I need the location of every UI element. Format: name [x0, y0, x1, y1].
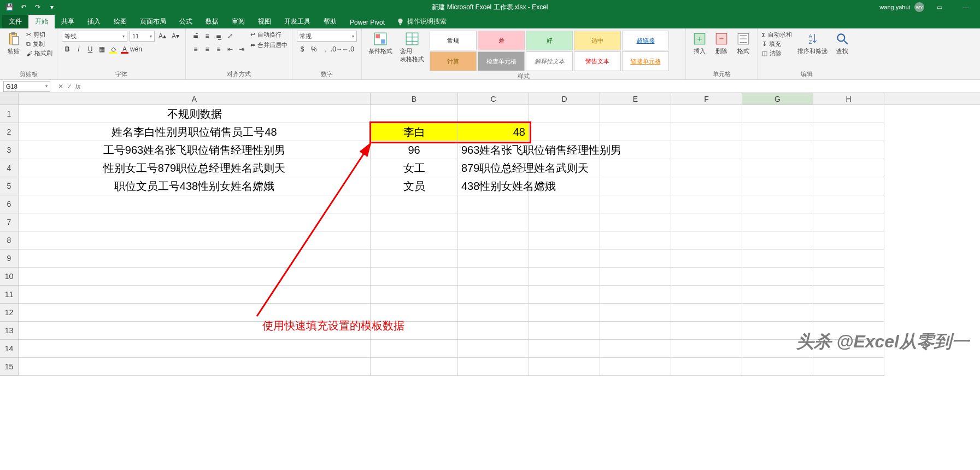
cell-style-item[interactable]: 警告文本	[574, 51, 621, 71]
undo-icon[interactable]: ↶	[17, 1, 30, 13]
cell-H12[interactable]	[813, 304, 884, 322]
row-header-11[interactable]: 11	[0, 286, 19, 304]
row-header-10[interactable]: 10	[0, 268, 19, 286]
cell-C6[interactable]	[458, 195, 529, 213]
cell-G4[interactable]	[742, 159, 813, 177]
cell-C3[interactable]: 963姓名张飞职位销售经理性别男	[458, 141, 529, 159]
cell-G2[interactable]	[742, 123, 813, 141]
col-header-D[interactable]: D	[529, 93, 600, 105]
tab-9[interactable]: 开发工具	[278, 15, 317, 28]
format-cells-button[interactable]: 格式	[734, 31, 753, 56]
comma-icon[interactable]: ,	[320, 44, 331, 55]
cell-B2[interactable]: 李白	[371, 123, 458, 141]
formula-input[interactable]	[85, 81, 980, 92]
cell-style-item[interactable]: 超链接	[622, 31, 669, 50]
ribbon-display-icon[interactable]: ▭	[929, 0, 950, 14]
cell-H4[interactable]	[813, 159, 884, 177]
name-box[interactable]: G18	[3, 81, 50, 92]
col-header-A[interactable]: A	[19, 93, 371, 105]
fill-color-button[interactable]: ◇	[108, 44, 119, 55]
cell-C4[interactable]: 879职位总经理姓名武则天	[458, 159, 529, 177]
cell-H9[interactable]	[813, 249, 884, 268]
cell-B15[interactable]	[371, 358, 458, 376]
row-header-12[interactable]: 12	[0, 304, 19, 322]
cell-A7[interactable]	[19, 213, 371, 231]
accept-formula-icon[interactable]: ✓	[67, 83, 72, 90]
cell-F5[interactable]	[671, 177, 742, 195]
col-header-G[interactable]: G	[742, 93, 813, 105]
row-header-9[interactable]: 9	[0, 249, 19, 268]
cell-A5[interactable]: 职位文员工号438性别女姓名嫦娥	[19, 177, 371, 195]
increase-font-icon[interactable]: A▴	[157, 31, 168, 42]
row-header-8[interactable]: 8	[0, 231, 19, 249]
phonetic-button[interactable]: wén	[131, 44, 142, 55]
minimize-icon[interactable]: —	[955, 0, 977, 14]
cell-B9[interactable]	[371, 249, 458, 268]
cell-D9[interactable]	[529, 249, 600, 268]
cell-H8[interactable]	[813, 231, 884, 249]
cell-G10[interactable]	[742, 268, 813, 286]
cell-A2[interactable]: 姓名李白性别男职位销售员工号48	[19, 123, 371, 141]
cell-E1[interactable]	[600, 105, 671, 123]
tab-6[interactable]: 数据	[199, 15, 225, 28]
cell-G6[interactable]	[742, 195, 813, 213]
cell-F8[interactable]	[671, 231, 742, 249]
align-right-icon[interactable]: ≡	[213, 44, 224, 55]
align-left-icon[interactable]: ≡	[190, 44, 201, 55]
cell-E14[interactable]	[600, 340, 671, 358]
cell-G11[interactable]	[742, 286, 813, 304]
cell-A10[interactable]	[19, 268, 371, 286]
row-header-15[interactable]: 15	[0, 358, 19, 376]
cell-D11[interactable]	[529, 286, 600, 304]
cell-H1[interactable]	[813, 105, 884, 123]
tab-10[interactable]: 帮助	[317, 15, 343, 28]
cell-C8[interactable]	[458, 231, 529, 249]
cell-E12[interactable]	[600, 304, 671, 322]
cell-G15[interactable]	[742, 358, 813, 376]
increase-decimal-icon[interactable]: .0→	[331, 44, 342, 55]
cell-D7[interactable]	[529, 213, 600, 231]
cell-D14[interactable]	[529, 340, 600, 358]
cell-B3[interactable]: 96	[371, 141, 458, 159]
cell-F15[interactable]	[671, 358, 742, 376]
fill-button[interactable]: ↧填充	[762, 40, 792, 48]
cell-style-item[interactable]: 链接单元格	[622, 51, 669, 71]
cell-B4[interactable]: 女工	[371, 159, 458, 177]
row-header-14[interactable]: 14	[0, 340, 19, 358]
tab-8[interactable]: 视图	[251, 15, 278, 28]
align-top-icon[interactable]: ≡̄	[190, 31, 201, 42]
clear-button[interactable]: ◫清除	[762, 49, 792, 57]
cell-E8[interactable]	[600, 231, 671, 249]
cell-H2[interactable]	[813, 123, 884, 141]
merge-center-button[interactable]: ⬌合并后居中	[250, 41, 287, 49]
cell-D2[interactable]	[529, 123, 600, 141]
select-all-corner[interactable]	[0, 93, 19, 105]
number-format-select[interactable]: 常规	[297, 31, 357, 42]
cell-E9[interactable]	[600, 249, 671, 268]
cell-F7[interactable]	[671, 213, 742, 231]
col-header-F[interactable]: F	[671, 93, 742, 105]
copy-button[interactable]: ⧉复制	[26, 40, 52, 48]
cell-E6[interactable]	[600, 195, 671, 213]
cell-C5[interactable]: 438性别女姓名嫦娥	[458, 177, 529, 195]
cell-D10[interactable]	[529, 268, 600, 286]
cell-H3[interactable]	[813, 141, 884, 159]
cell-B8[interactable]	[371, 231, 458, 249]
col-header-B[interactable]: B	[371, 93, 458, 105]
row-header-7[interactable]: 7	[0, 213, 19, 231]
cell-D3[interactable]	[529, 141, 600, 159]
cell-B1[interactable]	[371, 105, 458, 123]
cell-E2[interactable]	[600, 123, 671, 141]
cell-A6[interactable]	[19, 195, 371, 213]
cell-B11[interactable]	[371, 286, 458, 304]
cell-B10[interactable]	[371, 268, 458, 286]
cell-style-item[interactable]: 好	[526, 31, 573, 50]
cell-B5[interactable]: 文员	[371, 177, 458, 195]
font-name-select[interactable]: 等线	[62, 31, 127, 42]
cell-B7[interactable]	[371, 213, 458, 231]
cell-F9[interactable]	[671, 249, 742, 268]
cut-button[interactable]: ✂剪切	[26, 31, 52, 39]
tell-me-search[interactable]: 操作说明搜索	[391, 15, 452, 28]
cancel-formula-icon[interactable]: ✕	[58, 83, 63, 90]
cell-F11[interactable]	[671, 286, 742, 304]
